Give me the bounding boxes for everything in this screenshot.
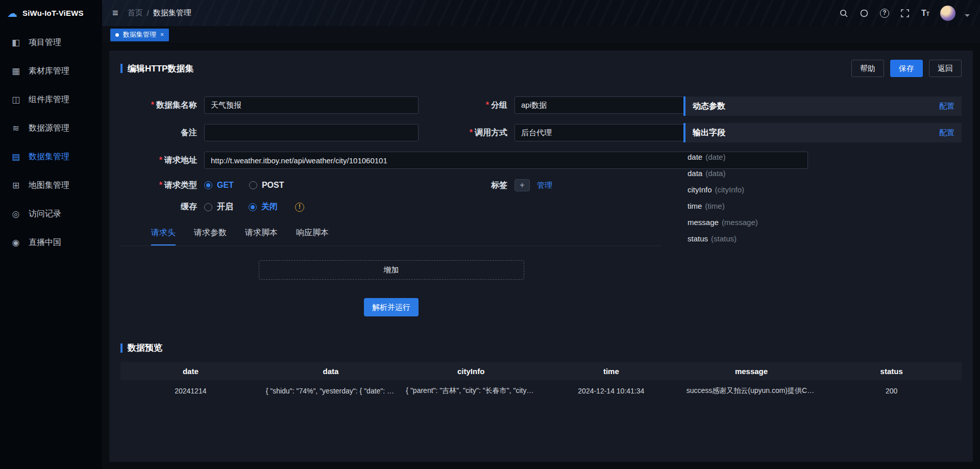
sidebar-item-material[interactable]: ▦ 素材库管理 [0, 57, 102, 85]
dynamic-params-config-link[interactable]: 配置 [939, 102, 954, 111]
parse-and-run-button[interactable]: 解析并运行 [364, 298, 419, 316]
map-atlas-icon: ⊞ [10, 180, 21, 191]
table-row[interactable]: 20241214 { "shidu": "74%", "yesterday": … [120, 380, 962, 402]
group-label: *分组 [426, 100, 507, 111]
run-row: 解析并运行 [120, 298, 662, 316]
call-method-select-value: 后台代理 [521, 128, 552, 138]
remark-label: 备注 [120, 128, 197, 138]
tab-request-script[interactable]: 请求脚本 [245, 228, 278, 245]
required-asterisk: * [159, 156, 162, 164]
main-column: ≡ 首页 / 数据集管理 ? [102, 0, 980, 469]
radio-circle-icon [249, 181, 257, 189]
column-header: date [120, 367, 261, 376]
avatar[interactable] [940, 6, 955, 21]
tab-response-script[interactable]: 响应脚本 [296, 228, 329, 245]
panel-header: 编辑HTTP数据集 帮助 保存 返回 [120, 60, 962, 77]
request-url-label: *请求地址 [120, 155, 197, 166]
column-header: data [261, 367, 401, 376]
required-asterisk: * [486, 101, 489, 109]
sidebar-item-dataset[interactable]: ▤ 数据集管理 [0, 142, 102, 171]
component-library-icon: ◫ [10, 94, 21, 105]
request-type-label: *请求类型 [120, 180, 197, 191]
cell-time: 2024-12-14 10:41:34 [541, 387, 681, 395]
radio-cache-off[interactable]: 关闭 [249, 202, 278, 212]
tab-request-headers[interactable]: 请求头 [151, 228, 176, 245]
form-area: *数据集名称 *分组 api数据 [120, 96, 662, 316]
dataset-icon: ▤ [10, 152, 21, 162]
sidebar-item-label: 直播中国 [29, 237, 61, 248]
dataset-name-input[interactable] [204, 96, 419, 114]
list-item: status (status) [688, 230, 958, 246]
data-preview-section: 数据预览 date data cityInfo time message sta… [120, 342, 962, 402]
font-size-icon[interactable]: TT [920, 8, 931, 19]
right-side-panel: 动态参数 配置 输出字段 配置 date (date) [683, 96, 962, 316]
sidebar-item-datasource[interactable]: ≋ 数据源管理 [0, 114, 102, 142]
content-area: 编辑HTTP数据集 帮助 保存 返回 *数据集名称 [102, 43, 980, 469]
fullscreen-icon[interactable] [899, 8, 911, 19]
sidebar-item-label: 组件库管理 [29, 94, 69, 105]
list-item: time (time) [688, 198, 958, 214]
request-sub-tabs: 请求头 请求参数 请求脚本 响应脚本 [120, 228, 662, 246]
help-button[interactable]: 帮助 [851, 60, 884, 77]
sidebar-nav: ◧ 项目管理 ▦ 素材库管理 ◫ 组件库管理 ≋ 数据源管理 ▤ 数据集管理 ⊞… [0, 28, 102, 257]
sidebar-item-label: 访问记录 [29, 209, 61, 219]
tabbar: 数据集管理 × [102, 26, 980, 43]
add-tag-button[interactable]: + [514, 179, 530, 191]
sidebar-item-atlas[interactable]: ⊞ 地图集管理 [0, 171, 102, 200]
app-title: SiWu-IoT-ViEWS [22, 9, 84, 17]
output-fields-config-link[interactable]: 配置 [939, 128, 954, 138]
tags-label: 标签 [426, 180, 507, 191]
column-header: time [541, 367, 681, 376]
add-header-button[interactable]: 增加 [259, 260, 524, 280]
manage-tags-link[interactable]: 管理 [537, 181, 552, 190]
save-button[interactable]: 保存 [890, 60, 923, 77]
radio-circle-icon [204, 181, 212, 189]
sidebar-item-label: 数据集管理 [29, 152, 69, 162]
logo-row: ☁ SiWu-IoT-ViEWS [0, 0, 102, 26]
cell-message: success感谢又拍云(upyun.com)提供CDN赞助 [681, 386, 822, 396]
app-root: ☁ SiWu-IoT-ViEWS ◧ 项目管理 ▦ 素材库管理 ◫ 组件库管理 … [0, 0, 980, 469]
topbar: ≡ 首页 / 数据集管理 ? [102, 0, 980, 26]
list-item: date (date) [688, 149, 958, 165]
question-mark-icon: ? [880, 9, 889, 18]
theme-toggle-icon[interactable] [859, 8, 870, 19]
request-type-radio-group: GET POST [204, 181, 419, 190]
chevron-down-icon[interactable] [965, 14, 970, 17]
tab-dataset-management[interactable]: 数据集管理 × [110, 29, 169, 41]
sidebar-item-live-china[interactable]: ◉ 直播中国 [0, 228, 102, 257]
datasource-icon: ≋ [10, 123, 21, 134]
tab-label: 数据集管理 [123, 30, 156, 39]
tab-request-params[interactable]: 请求参数 [194, 228, 227, 245]
list-item: cityInfo (cityInfo) [688, 181, 958, 198]
material-library-icon: ▦ [10, 66, 21, 77]
radio-get[interactable]: GET [204, 181, 234, 190]
tab-active-dot-icon [115, 33, 119, 37]
menu-collapse-icon[interactable]: ≡ [112, 7, 118, 19]
search-icon[interactable] [838, 8, 849, 19]
sidebar-item-label: 素材库管理 [29, 66, 69, 77]
cell-date: 20241214 [120, 387, 261, 395]
sidebar-item-project[interactable]: ◧ 项目管理 [0, 28, 102, 57]
help-icon[interactable]: ? [879, 8, 890, 19]
dynamic-params-title: 动态参数 [693, 101, 725, 112]
sidebar-item-component[interactable]: ◫ 组件库管理 [0, 85, 102, 114]
cell-status: 200 [821, 387, 962, 395]
warning-icon: ! [295, 203, 304, 212]
dynamic-params-header: 动态参数 配置 [683, 96, 962, 116]
sidebar: ☁ SiWu-IoT-ViEWS ◧ 项目管理 ▦ 素材库管理 ◫ 组件库管理 … [0, 0, 102, 469]
editor-panel: 编辑HTTP数据集 帮助 保存 返回 *数据集名称 [109, 51, 973, 462]
form-grid: *数据集名称 *分组 api数据 [120, 96, 662, 212]
column-header: cityInfo [401, 367, 541, 376]
radio-post[interactable]: POST [249, 181, 284, 190]
cell-data: { "shidu": "74%", "yesterday": { "date":… [261, 387, 401, 395]
close-icon[interactable]: × [160, 31, 164, 38]
radio-cache-on[interactable]: 开启 [204, 202, 233, 212]
breadcrumb-home[interactable]: 首页 [128, 8, 143, 18]
cache-radio-group: 开启 关闭 ! [204, 202, 419, 212]
back-button[interactable]: 返回 [929, 60, 962, 77]
project-icon: ◧ [10, 37, 21, 48]
sidebar-item-access-log[interactable]: ◎ 访问记录 [0, 200, 102, 228]
table-header-row: date data cityInfo time message status [120, 362, 962, 380]
remark-input[interactable] [204, 124, 419, 141]
topbar-actions: ? TT [838, 6, 970, 21]
